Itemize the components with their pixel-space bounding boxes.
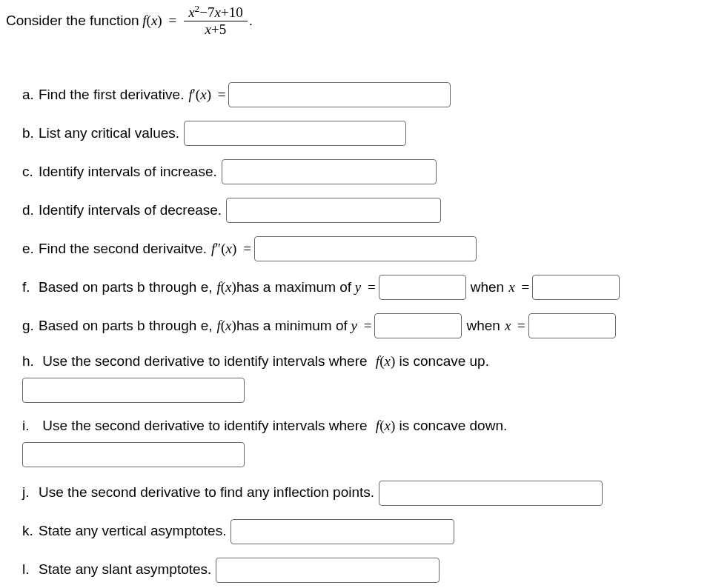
text-l: State any slant asymptotes.: [39, 560, 211, 580]
question-list: a. Find the first derivative. f′(x) = b.…: [6, 82, 707, 582]
item-k: k. State any vertical asymptotes.: [22, 519, 707, 544]
label-k: k.: [22, 521, 39, 541]
text-h2: is concave up.: [399, 353, 489, 369]
math-g-fx: f(x): [217, 316, 236, 336]
input-i[interactable]: [22, 442, 245, 467]
label-g: g.: [22, 316, 39, 336]
input-g-y[interactable]: [374, 313, 462, 338]
item-j: j. Use the second derivative to find any…: [22, 481, 707, 506]
item-f: f. Based on parts b through e, f(x) has …: [22, 275, 707, 300]
input-j[interactable]: [379, 481, 603, 506]
text-e: Find the second derivaitve.: [39, 239, 207, 259]
text-f: Based on parts b through e,: [39, 278, 213, 298]
label-c: c.: [22, 162, 39, 182]
math-f-y: y =: [351, 278, 379, 298]
math-a: f′(x) =: [188, 85, 228, 105]
fraction: x2−7x+10 x+5: [184, 3, 247, 38]
item-e: e. Find the second derivaitve. f″(x) =: [22, 236, 707, 261]
text-i2: is concave down.: [399, 418, 508, 433]
input-l[interactable]: [216, 558, 440, 583]
item-h: h. Use the second derivative to identify…: [22, 352, 707, 403]
item-g: g. Based on parts b through e, f(x) has …: [22, 313, 707, 338]
text-d: Identify intervals of decrease.: [39, 201, 222, 221]
text-g3: when: [466, 316, 500, 336]
input-e[interactable]: [254, 236, 477, 261]
text-h: Use the second derivative to identify in…: [42, 353, 371, 369]
item-b: b. List any critical values.: [22, 121, 707, 146]
text-k: State any vertical asymptotes.: [39, 521, 226, 541]
period: .: [249, 13, 253, 29]
text-f3: when: [471, 278, 504, 298]
label-i: i.: [22, 416, 39, 436]
text-c: Identify intervals of increase.: [39, 162, 217, 182]
math-i: f(x): [376, 418, 395, 433]
text-a: Find the first derivative.: [39, 85, 184, 105]
problem-intro: Consider the function f(x) = x2−7x+10 x+…: [6, 3, 707, 38]
input-h[interactable]: [22, 378, 245, 403]
text-g: Based on parts b through e,: [39, 316, 213, 336]
label-e: e.: [22, 239, 39, 259]
math-h: f(x): [376, 353, 395, 369]
input-a[interactable]: [228, 82, 451, 107]
label-l: l.: [22, 560, 39, 580]
text-g2: has a minimum of: [236, 316, 348, 336]
item-l: l. State any slant asymptotes.: [22, 558, 707, 583]
math-e: f″(x) =: [211, 239, 254, 259]
input-f-x[interactable]: [532, 275, 620, 300]
label-h: h.: [22, 352, 39, 372]
input-c[interactable]: [222, 159, 437, 184]
label-d: d.: [22, 201, 39, 221]
input-k[interactable]: [231, 519, 454, 544]
item-a: a. Find the first derivative. f′(x) =: [22, 82, 707, 107]
input-b[interactable]: [184, 121, 406, 146]
item-c: c. Identify intervals of increase.: [22, 159, 707, 184]
math-g-y: y =: [348, 316, 375, 336]
math-g-x: x =: [505, 316, 528, 336]
text-i: Use the second derivative to identify in…: [42, 418, 371, 433]
input-d[interactable]: [226, 198, 441, 223]
item-d: d. Identify intervals of decrease.: [22, 198, 707, 223]
text-j: Use the second derivative to find any in…: [39, 483, 374, 503]
label-a: a.: [22, 85, 39, 105]
input-g-x[interactable]: [528, 313, 616, 338]
math-f-fx: f(x): [217, 278, 236, 298]
item-i: i. Use the second derivative to identify…: [22, 416, 707, 467]
label-f: f.: [22, 278, 39, 298]
input-f-y[interactable]: [379, 275, 466, 300]
function-lhs: f(x) =: [139, 13, 180, 29]
text-b: List any critical values.: [39, 124, 179, 144]
label-b: b.: [22, 124, 39, 144]
text-f2: has a maximum of: [236, 278, 351, 298]
intro-text: Consider the function: [6, 13, 139, 29]
label-j: j.: [22, 483, 39, 503]
math-f-x: x =: [508, 278, 532, 298]
